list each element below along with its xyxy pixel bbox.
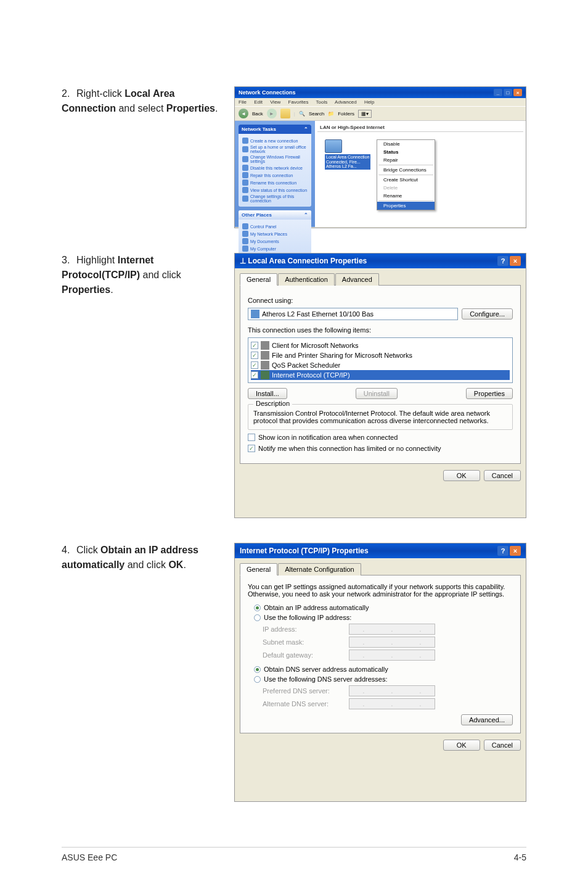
maximize-button[interactable]: □ [504,89,512,96]
tab-general[interactable]: General [240,563,277,576]
install-button[interactable]: Install... [248,388,287,399]
place-icon [242,245,248,252]
radio-auto-dns[interactable]: Obtain DNS server address automatically [254,666,513,673]
radio-icon [254,614,261,621]
connection-icon[interactable]: Local Area Connection Connected, Fire...… [322,137,373,172]
notify-checkbox[interactable] [248,445,255,452]
tab-alternate[interactable]: Alternate Configuration [278,563,361,576]
task-item[interactable]: Change settings of this connection [242,194,308,203]
radio-auto-ip[interactable]: Obtain an IP address automatically [254,604,513,611]
minimize-button[interactable]: _ [494,89,502,96]
checkbox[interactable] [251,352,258,359]
checkbox[interactable] [251,371,258,379]
task-item[interactable]: Disable this network device [242,165,308,171]
menu-edit[interactable]: Edit [254,99,263,105]
ok-button[interactable]: OK [443,470,480,481]
blurb: You can get IP settings assigned automat… [248,583,513,598]
description-group: Description Transmission Control Protoco… [248,404,513,430]
menu-help[interactable]: Help [364,99,374,105]
forward-button[interactable]: ► [267,109,277,118]
task-item[interactable]: Rename this connection [242,179,308,186]
uninstall-button[interactable]: Uninstall [356,388,398,399]
ctx-disable[interactable]: Disable [377,140,435,148]
network-tasks-header: Network Tasks⌃ [239,125,311,134]
tabs: General Alternate Configuration [240,563,521,576]
search-icon[interactable]: 🔍 [299,111,305,117]
place-item[interactable]: Control Panel [242,223,308,229]
list-item: File and Printer Sharing for Microsoft N… [251,350,510,360]
up-button[interactable] [280,109,290,118]
description-text: Transmission Control Protocol/Internet P… [253,410,507,424]
task-item[interactable]: Set up a home or small office network [242,145,308,154]
radio-manual-dns[interactable]: Use the following DNS server addresses: [254,675,513,683]
ctx-repair[interactable]: Repair [377,156,435,164]
chevron-icon[interactable]: ⌃ [304,126,308,132]
menu-advanced[interactable]: Advanced [335,99,357,105]
screenshot-network-connections: Network Connections _ □ × File Edit View… [234,86,526,228]
checkbox[interactable] [251,361,258,369]
properties-button[interactable]: Properties [466,388,513,399]
adapter-icon [251,310,259,318]
folders-icon[interactable]: 📁 [328,111,334,117]
place-icon [242,238,248,244]
ok-button[interactable]: OK [443,740,480,751]
context-menu: Disable Status Repair Bridge Connections… [377,139,435,210]
tab-advanced[interactable]: Advanced [335,273,379,286]
tab-general[interactable]: General [240,273,277,286]
menu-favorites[interactable]: Favorites [288,99,309,105]
step-number: 2. [62,86,76,101]
step-number: 3. [62,253,76,268]
gw-field: ... [349,650,435,661]
radio-manual-ip[interactable]: Use the following IP address: [254,614,513,621]
footer-right: 4-5 [514,852,526,862]
help-button[interactable]: ? [497,256,508,266]
chevron-icon[interactable]: ⌃ [304,212,308,218]
task-item[interactable]: Repair this connection [242,172,308,178]
connection-status: Connected, Fire... [326,160,369,165]
ctx-rename[interactable]: Rename [377,192,435,200]
step-4-text: 4.Click Obtain an IP address automatical… [62,543,234,572]
advanced-button[interactable]: Advanced... [461,714,513,725]
close-button[interactable]: × [510,546,521,556]
folders-label[interactable]: Folders [338,111,354,117]
cancel-button[interactable]: Cancel [484,740,521,751]
close-button[interactable]: × [513,89,522,96]
task-item[interactable]: Create a new connection [242,138,308,144]
menu-file[interactable]: File [239,99,247,105]
help-button[interactable]: ? [497,546,508,556]
task-item[interactable]: Change Windows Firewall settings [242,155,308,163]
menu-view[interactable]: View [270,99,280,105]
task-item[interactable]: View status of this connection [242,187,308,193]
window-title: Network Connections [239,89,296,96]
radio-icon [254,604,261,611]
tab-authentication[interactable]: Authentication [278,273,335,286]
show-icon-checkbox[interactable] [248,434,255,441]
dns1-field: ... [349,685,435,696]
tab-panel: Connect using: Atheros L2 Fast Ethernet … [240,285,521,464]
close-button[interactable]: × [510,256,521,266]
ctx-status[interactable]: Status [377,148,435,156]
search-label[interactable]: Search [309,111,324,117]
items-listbox[interactable]: Client for Microsoft Networks File and P… [248,337,513,383]
place-item[interactable]: My Computer [242,245,308,252]
checkbox[interactable] [251,342,258,349]
connection-name: Local Area Connection [326,155,369,160]
gw-label: Default gateway: [263,651,349,659]
cancel-button[interactable]: Cancel [484,470,521,481]
views-icon[interactable]: ▦▾ [358,110,372,118]
dialog-title: Internet Protocol (TCP/IP) Properties [240,547,369,555]
ctx-bridge[interactable]: Bridge Connections [377,166,435,174]
ctx-shortcut[interactable]: Create Shortcut [377,176,435,184]
ctx-delete[interactable]: Delete [377,184,435,192]
tcp-icon [261,371,269,379]
dns2-label: Alternate DNS server: [263,700,349,708]
ctx-properties[interactable]: Properties [377,202,435,210]
menu-bar: File Edit View Favorites Tools Advanced … [235,98,526,106]
ip-field: ... [349,624,435,635]
place-item[interactable]: My Network Places [242,231,308,237]
list-item-selected: Internet Protocol (TCP/IP) [251,370,510,380]
back-button[interactable]: ◄ [239,109,248,118]
menu-tools[interactable]: Tools [316,99,328,105]
place-item[interactable]: My Documents [242,238,308,244]
configure-button[interactable]: Configure... [462,308,513,320]
